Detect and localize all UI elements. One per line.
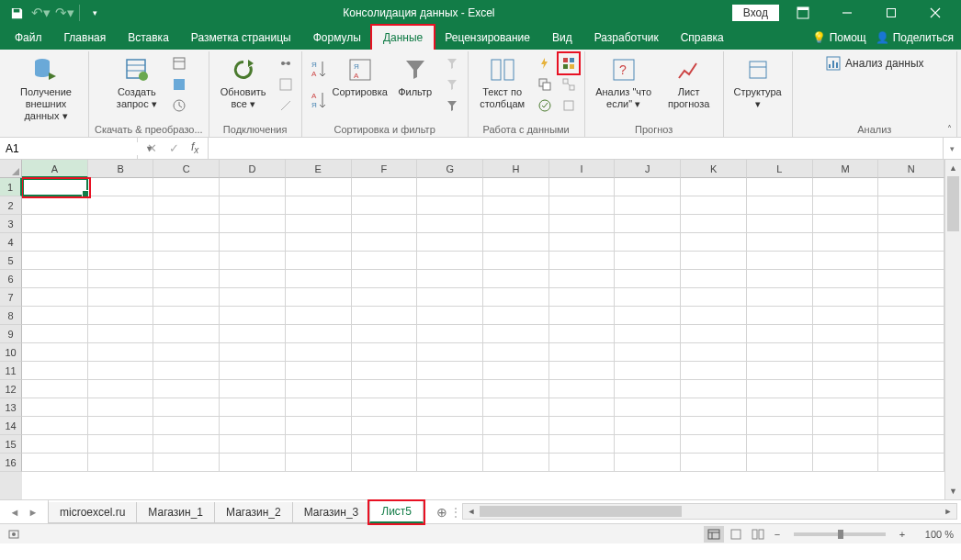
scroll-up-icon[interactable]: ▲: [945, 160, 961, 176]
advanced-filter-icon[interactable]: [442, 95, 462, 116]
qat-customize-icon[interactable]: ▾: [84, 3, 106, 23]
row-header[interactable]: 13: [0, 398, 22, 417]
zoom-slider[interactable]: [794, 532, 886, 536]
login-button[interactable]: Вход: [732, 5, 779, 21]
row-header[interactable]: 1: [0, 178, 22, 196]
row-header[interactable]: 10: [0, 343, 22, 362]
column-header[interactable]: K: [681, 160, 747, 178]
scroll-left-icon[interactable]: ◄: [463, 504, 480, 519]
row-header[interactable]: 14: [0, 417, 22, 435]
flash-fill-icon[interactable]: [535, 53, 555, 73]
tab-insert[interactable]: Вставка: [117, 26, 180, 50]
close-icon[interactable]: [915, 0, 955, 26]
zoom-out-icon[interactable]: −: [770, 529, 785, 540]
column-header[interactable]: D: [220, 160, 286, 178]
minimize-icon[interactable]: [827, 0, 867, 26]
tab-formulas[interactable]: Формулы: [302, 26, 372, 50]
column-header[interactable]: J: [615, 160, 681, 178]
name-box-input[interactable]: [6, 142, 143, 155]
sort-asc-icon[interactable]: ЯА: [308, 53, 328, 84]
tab-review[interactable]: Рецензирование: [434, 26, 541, 50]
row-header[interactable]: 8: [0, 307, 22, 325]
row-header[interactable]: 9: [0, 325, 22, 343]
select-all-corner[interactable]: [0, 160, 22, 178]
name-box[interactable]: ▼: [0, 138, 138, 159]
sheet-tab[interactable]: Лист5: [369, 501, 424, 523]
scroll-down-icon[interactable]: ▼: [945, 483, 961, 499]
macro-record-icon[interactable]: [7, 528, 20, 541]
scroll-right-icon[interactable]: ►: [940, 504, 956, 519]
tell-me-button[interactable]: 💡Помощ: [812, 31, 866, 44]
column-header[interactable]: H: [483, 160, 549, 178]
tab-split-handle[interactable]: ⋮: [453, 500, 458, 523]
hscroll-thumb[interactable]: [480, 506, 682, 517]
tab-home[interactable]: Главная: [53, 26, 118, 50]
column-header[interactable]: G: [417, 160, 483, 178]
sheet-tab[interactable]: Магазин_3: [292, 502, 371, 523]
column-header[interactable]: L: [747, 160, 813, 178]
sheet-nav-prev-icon[interactable]: ◄: [7, 504, 22, 521]
row-header[interactable]: 11: [0, 362, 22, 380]
text-to-columns-button[interactable]: Текст по столбцам: [474, 53, 531, 112]
tab-file[interactable]: Файл: [4, 26, 53, 50]
data-analysis-button[interactable]: Анализ данных: [820, 53, 929, 73]
sheet-tab[interactable]: microexcel.ru: [48, 502, 137, 523]
row-header[interactable]: 4: [0, 233, 22, 252]
formula-input[interactable]: [209, 138, 943, 159]
column-header[interactable]: M: [813, 160, 879, 178]
vscroll-thumb[interactable]: [947, 176, 959, 231]
zoom-in-icon[interactable]: +: [895, 529, 910, 540]
tab-developer[interactable]: Разработчик: [583, 26, 670, 50]
collapse-ribbon-icon[interactable]: ˄: [941, 122, 957, 135]
get-external-data-button[interactable]: Получение внешних данных ▾: [9, 53, 83, 125]
clear-filter-icon[interactable]: [442, 53, 462, 73]
page-break-view-icon[interactable]: [748, 526, 768, 543]
sheet-tab[interactable]: Магазин_2: [214, 502, 293, 523]
consolidate-icon[interactable]: [559, 53, 579, 73]
maximize-icon[interactable]: [871, 0, 911, 26]
row-header[interactable]: 15: [0, 435, 22, 454]
row-header[interactable]: 3: [0, 215, 22, 233]
recent-sources-icon[interactable]: [169, 95, 189, 116]
row-header[interactable]: 7: [0, 288, 22, 307]
column-header[interactable]: B: [88, 160, 154, 178]
row-header[interactable]: 5: [0, 252, 22, 270]
filter-button[interactable]: Фильтр: [392, 53, 438, 100]
remove-duplicates-icon[interactable]: [535, 74, 555, 95]
row-header[interactable]: 16: [0, 454, 22, 472]
reapply-icon[interactable]: [442, 74, 462, 95]
what-if-button[interactable]: ?Анализ "что если" ▾: [591, 53, 657, 112]
outline-button[interactable]: Структура ▾: [729, 53, 786, 112]
row-header[interactable]: 12: [0, 380, 22, 398]
fx-icon[interactable]: fx: [186, 140, 204, 155]
zoom-level[interactable]: 100 %: [917, 529, 954, 540]
sort-button[interactable]: ЯАСортировка: [332, 53, 389, 100]
tab-help[interactable]: Справка: [670, 26, 735, 50]
column-header[interactable]: C: [153, 160, 220, 178]
forecast-sheet-button[interactable]: Лист прогноза: [661, 53, 718, 112]
sheet-tab[interactable]: Магазин_1: [136, 502, 215, 523]
normal-view-icon[interactable]: [704, 526, 724, 543]
manage-data-model-icon[interactable]: [559, 95, 579, 116]
expand-formula-bar-icon[interactable]: ▾: [943, 138, 961, 159]
data-validation-icon[interactable]: [535, 95, 555, 116]
row-header[interactable]: 2: [0, 196, 22, 215]
tab-view[interactable]: Вид: [541, 26, 583, 50]
column-header[interactable]: E: [286, 160, 352, 178]
properties-icon[interactable]: [276, 74, 296, 95]
refresh-all-button[interactable]: Обновить все ▾: [215, 53, 272, 112]
redo-icon[interactable]: ↷▾: [53, 3, 75, 23]
tab-data[interactable]: Данные: [372, 26, 434, 50]
relationships-icon[interactable]: [559, 74, 579, 95]
sheet-nav-next-icon[interactable]: ►: [26, 504, 40, 521]
name-box-dropdown-icon[interactable]: ▼: [143, 144, 155, 153]
column-header[interactable]: A: [22, 160, 88, 178]
sort-desc-icon[interactable]: АЯ: [308, 84, 328, 115]
connections-icon[interactable]: [276, 53, 296, 73]
vertical-scrollbar[interactable]: ▲ ▼: [944, 160, 961, 499]
accept-formula-icon[interactable]: ✓: [164, 140, 184, 158]
from-table-icon[interactable]: [169, 74, 189, 95]
column-header[interactable]: I: [549, 160, 616, 178]
edit-links-icon[interactable]: [276, 95, 296, 116]
column-header[interactable]: F: [352, 160, 418, 178]
